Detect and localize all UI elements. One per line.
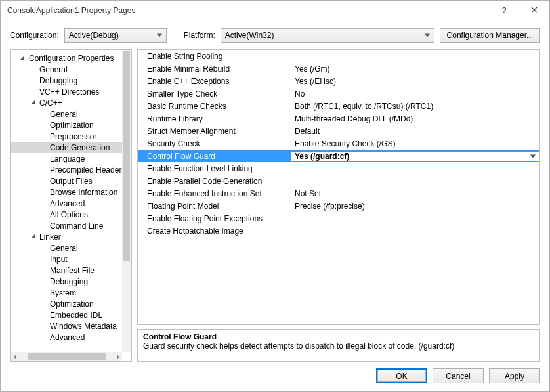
tree-node-ccpp[interactable]: C/C++: [11, 97, 122, 108]
property-value[interactable]: Precise (/fp:precise): [291, 202, 539, 211]
property-value[interactable]: Yes (/EHsc): [291, 77, 539, 86]
property-value[interactable]: Yes (/guard:cf): [291, 152, 539, 161]
platform-label: Platform:: [184, 31, 215, 40]
collapse-icon[interactable]: [20, 55, 26, 61]
property-name: Struct Member Alignment: [138, 127, 291, 136]
tree-node-linker[interactable]: Linker: [11, 231, 122, 242]
property-name: Basic Runtime Checks: [138, 102, 291, 111]
property-row[interactable]: Enable String Pooling: [138, 50, 539, 62]
configuration-manager-button[interactable]: Configuration Manager...: [440, 28, 540, 43]
property-row[interactable]: Enable Floating Point Exceptions: [138, 212, 539, 225]
tree-node-configuration-properties[interactable]: Configuration Properties: [11, 53, 122, 64]
property-row[interactable]: Enable Parallel Code Generation: [138, 175, 539, 187]
property-name: Enable Minimal Rebuild: [138, 64, 291, 74]
property-name: Floating Point Model: [138, 202, 291, 211]
property-row[interactable]: Create Hotpatchable Image: [138, 225, 539, 237]
property-name: Enable Floating Point Exceptions: [138, 214, 291, 223]
property-row[interactable]: Enable Enhanced Instruction SetNot Set: [138, 187, 539, 200]
close-icon: [531, 6, 538, 15]
property-value[interactable]: Not Set: [291, 189, 539, 198]
property-name: Smaller Type Check: [138, 89, 291, 98]
tree-item[interactable]: Input: [11, 253, 122, 265]
property-row[interactable]: Floating Point ModelPrecise (/fp:precise…: [138, 200, 539, 212]
property-value[interactable]: Multi-threaded Debug DLL (/MDd): [291, 114, 539, 123]
property-row[interactable]: Enable Minimal RebuildYes (/Gm): [138, 62, 539, 75]
tree-panel: Configuration Properties General Debuggi…: [10, 49, 132, 362]
property-pages-dialog: ConsoleApplication1 Property Pages ? Con…: [0, 0, 550, 392]
tree-item[interactable]: Optimization: [11, 120, 122, 131]
property-name: Runtime Library: [138, 114, 291, 123]
property-value[interactable]: Both (/RTC1, equiv. to /RTCsu) (/RTC1): [291, 102, 539, 111]
cancel-button[interactable]: Cancel: [433, 368, 484, 383]
tree-vertical-scrollbar[interactable]: [122, 50, 131, 352]
apply-button[interactable]: Apply: [489, 368, 540, 383]
property-name: Enable Function-Level Linking: [138, 164, 291, 173]
tree-item[interactable]: Precompiled Headers: [11, 164, 122, 175]
close-button[interactable]: [519, 1, 549, 20]
window-title: ConsoleApplication1 Property Pages: [7, 6, 489, 15]
tree-item[interactable]: Embedded IDL: [11, 309, 122, 320]
property-value[interactable]: Default: [291, 127, 539, 136]
property-row[interactable]: Basic Runtime ChecksBoth (/RTC1, equiv. …: [138, 100, 539, 112]
tree-item[interactable]: General: [11, 64, 122, 75]
property-value[interactable]: Yes (/Gm): [291, 64, 539, 74]
property-row[interactable]: Struct Member AlignmentDefault: [138, 125, 539, 137]
tree-item[interactable]: Advanced: [11, 198, 122, 209]
property-row[interactable]: Runtime LibraryMulti-threaded Debug DLL …: [138, 112, 539, 125]
tree-item[interactable]: System: [11, 287, 122, 298]
scrollbar-thumb[interactable]: [123, 51, 130, 261]
property-name: Enable C++ Exceptions: [138, 77, 291, 86]
property-row[interactable]: Security CheckEnable Security Check (/GS…: [138, 137, 539, 150]
tree-item[interactable]: Browse Information: [11, 186, 122, 198]
tree-item[interactable]: General: [11, 108, 122, 120]
property-name: Enable Parallel Code Generation: [138, 177, 291, 186]
tree-item[interactable]: Language: [11, 153, 122, 164]
tree-item-code-generation[interactable]: Code Generation: [11, 142, 122, 153]
tree-item[interactable]: All Options: [11, 209, 122, 220]
tree-horizontal-scrollbar[interactable]: [11, 352, 122, 361]
titlebar: ConsoleApplication1 Property Pages ?: [1, 1, 549, 20]
tree-item[interactable]: Advanced: [11, 332, 122, 343]
help-button[interactable]: ?: [489, 1, 519, 20]
collapse-icon[interactable]: [30, 234, 37, 240]
configuration-combo[interactable]: Active(Debug): [64, 28, 167, 43]
tree-item[interactable]: Debugging: [11, 75, 122, 86]
property-row[interactable]: Enable Function-Level Linking: [138, 162, 539, 175]
collapse-icon[interactable]: [30, 100, 37, 106]
configuration-bar: Configuration: Active(Debug) Platform: A…: [1, 20, 549, 49]
property-value[interactable]: Enable Security Check (/GS): [291, 139, 539, 148]
property-name: Enable String Pooling: [138, 52, 291, 61]
ok-button[interactable]: OK: [376, 368, 427, 383]
description-panel: Control Flow Guard Guard security check …: [137, 329, 540, 362]
tree-item[interactable]: Preprocessor: [11, 131, 122, 142]
tree-item[interactable]: General: [11, 242, 122, 253]
description-text: Guard security check helps detect attemp…: [143, 341, 534, 351]
property-row[interactable]: Control Flow GuardYes (/guard:cf): [138, 150, 539, 162]
property-row[interactable]: Smaller Type CheckNo: [138, 87, 539, 100]
property-name: Control Flow Guard: [138, 152, 291, 161]
tree-item[interactable]: Windows Metadata: [11, 320, 122, 332]
dialog-buttons: OK Cancel Apply: [1, 362, 549, 391]
help-icon: ?: [502, 6, 507, 15]
tree[interactable]: Configuration Properties General Debuggi…: [11, 50, 122, 352]
property-grid[interactable]: Enable String PoolingEnable Minimal Rebu…: [137, 49, 540, 325]
platform-combo[interactable]: Active(Win32): [221, 28, 434, 43]
scroll-right-icon[interactable]: [113, 352, 122, 361]
scroll-left-icon[interactable]: [11, 352, 20, 361]
property-name: Enable Enhanced Instruction Set: [138, 189, 291, 198]
property-name: Security Check: [138, 139, 291, 148]
tree-item[interactable]: Manifest File: [11, 265, 122, 276]
property-row[interactable]: Enable C++ ExceptionsYes (/EHsc): [138, 75, 539, 87]
property-name: Create Hotpatchable Image: [138, 227, 291, 236]
tree-item[interactable]: Output Files: [11, 175, 122, 186]
configuration-label: Configuration:: [10, 31, 59, 40]
scrollbar-thumb[interactable]: [28, 353, 106, 360]
property-value[interactable]: No: [291, 89, 539, 98]
tree-item[interactable]: Debugging: [11, 276, 122, 287]
tree-item[interactable]: Command Line: [11, 220, 122, 231]
tree-item[interactable]: VC++ Directories: [11, 86, 122, 97]
tree-item[interactable]: Optimization: [11, 298, 122, 309]
description-title: Control Flow Guard: [143, 332, 534, 341]
